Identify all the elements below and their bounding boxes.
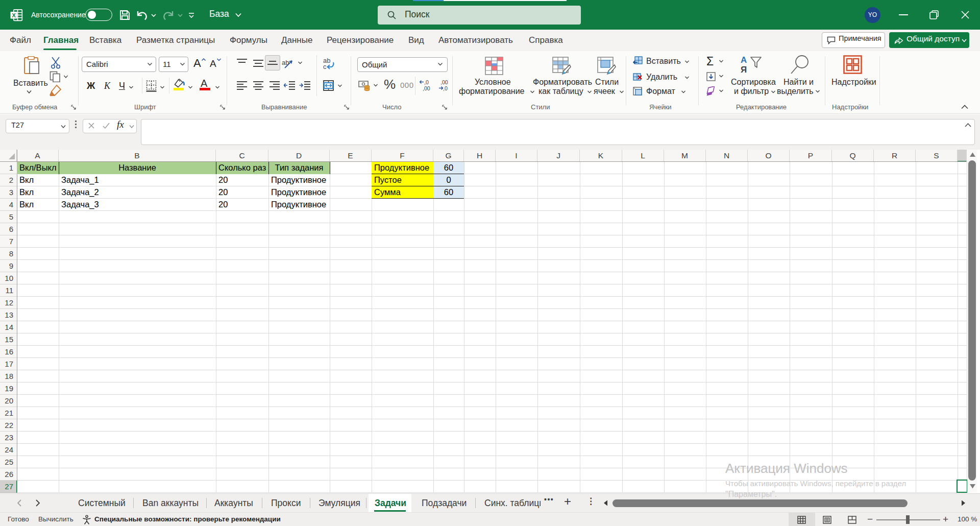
svg-text:Я: Я	[741, 65, 747, 75]
svg-text:,0: ,0	[424, 79, 429, 85]
svg-text:c: c	[323, 63, 327, 70]
svg-text:А: А	[741, 55, 747, 65]
svg-text:X: X	[12, 12, 16, 18]
svg-text:,00: ,00	[423, 85, 430, 91]
svg-text:,00: ,00	[440, 79, 448, 85]
svg-text:,0: ,0	[443, 85, 448, 91]
